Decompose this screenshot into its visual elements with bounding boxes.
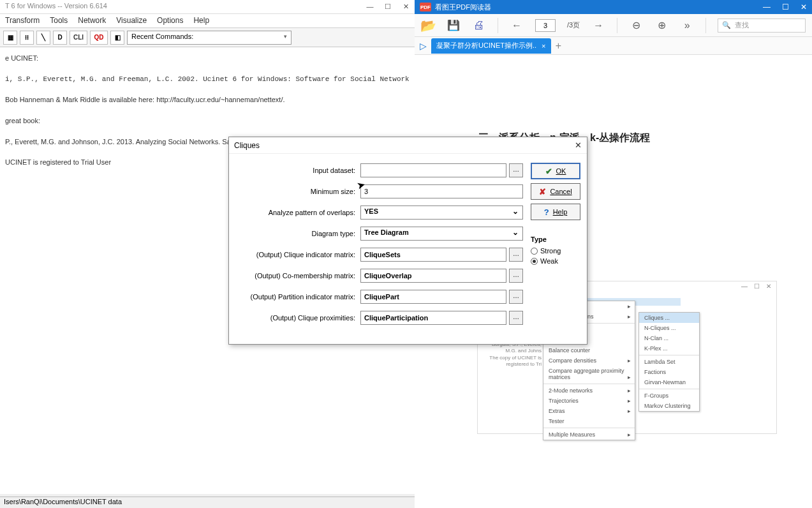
out-indicator-field[interactable]: [360, 248, 506, 262]
prev-page-icon[interactable]: ←: [510, 19, 524, 33]
toolbar-btn-cli[interactable]: CLI: [70, 31, 87, 45]
browse-button[interactable]: …: [509, 290, 523, 304]
radio-icon-selected: [531, 258, 538, 265]
browse-button[interactable]: …: [509, 311, 523, 325]
next-page-icon[interactable]: →: [591, 19, 605, 33]
pdf-maximize-button[interactable]: ☐: [782, 3, 789, 11]
menu-network[interactable]: Network: [78, 16, 106, 26]
ok-label: OK: [556, 167, 566, 175]
label-diagram-type: Diagram type:: [235, 230, 360, 237]
x-icon: ✘: [539, 187, 546, 197]
content-line: i, S.P., Everett, M.G. and Freeman, L.C.…: [5, 73, 410, 86]
ucinet-toolbar: ▦ ⁞⁞ ╲ D CLI QD ◧ Recent Commands:: [0, 28, 415, 47]
dialog-titlebar: Cliques ✕: [229, 137, 587, 154]
out-comember-field[interactable]: [360, 269, 506, 283]
browse-button[interactable]: …: [509, 269, 523, 283]
check-icon: ✔: [545, 167, 552, 176]
label-analyze-overlaps: Analyze pattern of overlaps:: [235, 209, 360, 216]
separator: [617, 18, 617, 33]
out-partition-field[interactable]: [360, 290, 506, 304]
close-button[interactable]: ✕: [397, 0, 415, 14]
tab-scroll-icon[interactable]: ▷: [415, 41, 431, 51]
radio-strong[interactable]: Strong: [531, 247, 580, 255]
pdf-app-title: 看图王PDF阅读器: [435, 3, 491, 12]
radio-icon: [531, 248, 538, 255]
radio-label-strong: Strong: [540, 247, 561, 255]
separator: [705, 18, 706, 33]
question-icon: ?: [544, 207, 549, 217]
separator: [498, 18, 498, 33]
dialog-title-text: Cliques: [234, 141, 260, 150]
cliques-dialog: Cliques ✕ Input dataset: … Minimum size:…: [228, 137, 587, 345]
label-out-prox: (Output) Clique proximities:: [235, 314, 360, 322]
help-button[interactable]: ? Help: [531, 204, 580, 220]
mini-caption: Borgatti, S.P., Everett, M.G. and Johns …: [480, 341, 542, 368]
pdf-tab-active[interactable]: 凝聚子群分析UCINET操作示例.. ×: [431, 38, 551, 54]
content-line: e UCINET:: [5, 52, 410, 64]
page-number-input[interactable]: [535, 19, 556, 32]
zoom-out-icon[interactable]: ⊖: [629, 19, 643, 33]
zoom-in-icon[interactable]: ⊕: [654, 19, 668, 33]
toolbar-btn-1[interactable]: ▦: [3, 31, 17, 45]
print-icon[interactable]: 🖨: [472, 19, 486, 33]
menu-transform[interactable]: Transform: [5, 16, 40, 26]
search-placeholder: 查找: [735, 20, 749, 30]
toolbar-btn-4[interactable]: ◧: [110, 31, 124, 45]
context-menu-2: Cliques ...N-Cliques ...N-Clan ...K-Plex…: [639, 312, 700, 412]
page-total-label: /3页: [567, 20, 580, 30]
menu-visualize[interactable]: Visualize: [116, 16, 147, 26]
more-icon[interactable]: »: [680, 19, 694, 33]
pdf-app-icon: PDF: [420, 3, 431, 11]
label-out-comember: (Output) Co-membership matrix:: [235, 272, 360, 280]
maximize-button[interactable]: ☐: [379, 0, 397, 14]
minimize-button[interactable]: ―: [361, 0, 379, 14]
open-file-icon[interactable]: 📂: [421, 19, 435, 33]
content-line: great book:: [5, 115, 410, 127]
recent-commands-dropdown[interactable]: Recent Commands:: [127, 31, 292, 45]
radio-weak[interactable]: Weak: [531, 257, 580, 265]
mini-win-ctrls: ―☐✕: [741, 283, 771, 290]
search-input[interactable]: 🔍 查找: [718, 19, 806, 33]
menu-help[interactable]: Help: [193, 16, 209, 26]
save-icon[interactable]: 💾: [447, 19, 461, 33]
cancel-label: Cancel: [550, 188, 572, 195]
diagram-type-select[interactable]: Tree Diagram: [360, 227, 523, 241]
label-out-partition: (Output) Partition indicator matrix:: [235, 293, 360, 301]
pdf-minimize-button[interactable]: ―: [763, 3, 771, 11]
menu-tools[interactable]: Tools: [50, 16, 68, 26]
type-radio-group: Type Strong Weak: [531, 235, 580, 267]
toolbar-btn-d[interactable]: D: [53, 31, 67, 45]
content-line: Bob Hanneman & Mark Riddle is available …: [5, 94, 410, 106]
status-bar: Isers\RanQi\Documents\UCINET data: [0, 497, 415, 508]
pdf-close-button[interactable]: ✕: [801, 3, 807, 11]
min-size-field[interactable]: [360, 184, 523, 198]
pdf-toolbar: 📂 💾 🖨 ← /3页 → ⊖ ⊕ » 🔍 查找: [415, 14, 812, 37]
radio-label-weak: Weak: [540, 257, 558, 265]
cancel-button[interactable]: ✘ Cancel: [531, 183, 580, 200]
toolbar-btn-2[interactable]: ⁞⁞: [20, 31, 34, 45]
dialog-close-icon[interactable]: ✕: [575, 140, 582, 150]
ucinet-title-text: T 6 for Windows -- Version 6.614: [5, 2, 107, 10]
input-dataset-field[interactable]: [360, 163, 506, 177]
out-prox-field[interactable]: [360, 311, 506, 325]
toolbar-btn-qd[interactable]: QD: [90, 31, 108, 45]
ucinet-titlebar: T 6 for Windows -- Version 6.614 ― ☐ ✕: [0, 0, 415, 14]
pdf-titlebar: PDF 看图王PDF阅读器 ― ☐ ✕: [415, 0, 812, 14]
help-label: Help: [553, 208, 568, 216]
tab-close-icon[interactable]: ×: [542, 42, 545, 50]
label-min-size: Minimum size:: [235, 188, 360, 195]
ok-button[interactable]: ✔ OK: [531, 163, 580, 179]
type-group-title: Type: [531, 235, 580, 243]
label-out-indicator: (Output) Clique indicator matrix:: [235, 251, 360, 258]
browse-button[interactable]: …: [509, 163, 523, 177]
tab-label: 凝聚子群分析UCINET操作示例..: [436, 41, 536, 50]
search-icon: 🔍: [722, 21, 731, 29]
analyze-overlaps-select[interactable]: YES: [360, 205, 523, 220]
label-input-dataset: Input dataset:: [235, 167, 360, 174]
toolbar-btn-3[interactable]: ╲: [36, 31, 50, 45]
menu-options[interactable]: Options: [157, 16, 183, 26]
tab-add-button[interactable]: +: [551, 40, 566, 52]
menu-bar: Transform Tools Network Visualize Option…: [0, 14, 415, 28]
browse-button[interactable]: …: [509, 248, 523, 262]
pdf-tab-bar: ▷ 凝聚子群分析UCINET操作示例.. × +: [415, 37, 812, 55]
